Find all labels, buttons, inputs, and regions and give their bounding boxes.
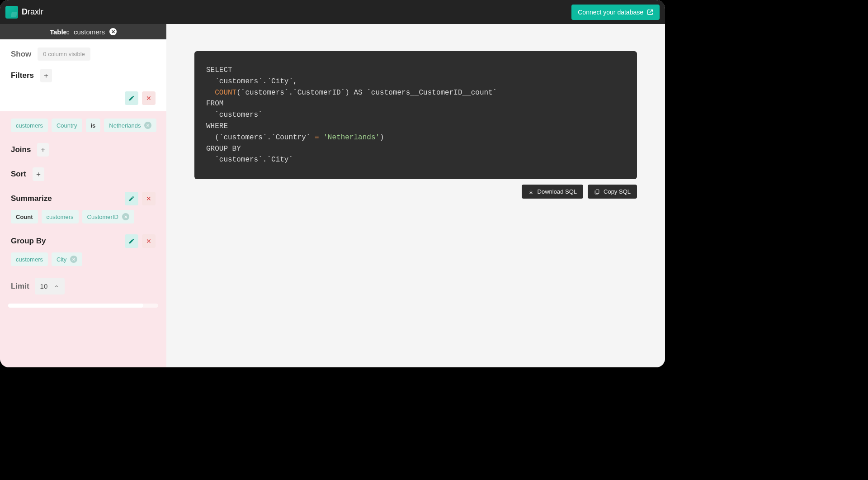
limit-input[interactable]: 10 [35,278,65,295]
remove-filter-value-button[interactable]: ✕ [144,122,151,129]
brand: Draxlr [5,6,43,19]
show-label: Show [11,50,31,59]
brand-name: Draxlr [22,7,43,17]
remove-groupby-button[interactable]: ✕ [70,256,77,263]
limit-value: 10 [40,282,48,290]
filter-row-actions: ✕ [0,87,166,111]
sql-line-4a: (`customers`.`Country` [206,133,315,142]
sql-kw-where: WHERE [206,122,228,130]
scrollbar-thumb[interactable] [8,304,143,308]
delete-summarize-button[interactable]: ✕ [142,192,156,205]
limit-label: Limit [11,282,29,291]
sql-actions: Download SQL Copy SQL [194,185,637,199]
brand-rest: raxlr [28,7,43,16]
edit-groupby-button[interactable] [125,234,138,248]
joins-label: Joins [11,145,31,154]
filter-operator-chip[interactable]: is [86,119,101,132]
filter-item: customers Country is Netherlands ✕ [0,111,166,138]
groupby-column-text: City [57,256,66,263]
sql-fn-count: COUNT [215,89,236,97]
external-link-icon [647,9,653,15]
brand-bold: D [22,7,28,16]
pencil-icon [128,195,135,202]
connect-database-button[interactable]: Connect your database [571,5,660,20]
delete-filter-button[interactable]: ✕ [142,91,156,105]
summarize-column-chip[interactable]: CustomerID ✕ [82,210,134,223]
pencil-icon [128,238,135,244]
sql-line-2: (`customers`.`CustomerID`) AS `customers… [236,89,497,97]
sql-preview: SELECT `customers`.`City`, COUNT(`custom… [194,51,637,179]
sql-line-4c: ) [380,133,384,142]
table-header: Table: customers ✕ [0,24,166,39]
close-table-button[interactable]: ✕ [109,28,117,35]
sql-line-3: `customers` [206,111,263,119]
limit-section: Limit 10 [0,271,166,301]
sql-kw-select: SELECT [206,66,232,74]
body: Table: customers ✕ Show 0 column visible… [0,24,665,367]
edit-filter-button[interactable] [125,91,138,105]
sort-section: Sort ＋ [0,162,166,186]
download-sql-button[interactable]: Download SQL [522,185,583,199]
filters-label: Filters [11,71,34,80]
topbar: Draxlr Connect your database [0,0,665,24]
summarize-table-chip[interactable]: customers [42,210,79,223]
filter-table-chip[interactable]: customers [11,119,48,132]
connect-database-label: Connect your database [578,9,643,16]
copy-sql-button[interactable]: Copy SQL [588,185,637,199]
sort-label: Sort [11,170,26,179]
summarize-section: Summarize ✕ Count customers CustomerID ✕ [0,186,166,229]
download-sql-label: Download SQL [538,188,577,195]
filter-value-chip[interactable]: Netherlands ✕ [104,119,156,132]
filter-column-chip[interactable]: Country [52,119,82,132]
sql-space [319,133,324,142]
joins-section: Joins ＋ [0,138,166,162]
pencil-icon [128,95,135,101]
sql-op-eq: = [315,133,319,142]
sql-kw-from: FROM [206,100,223,108]
summarize-label: Summarize [11,194,52,203]
remove-summarize-button[interactable]: ✕ [122,213,129,220]
app-window: Draxlr Connect your database Table: cust… [0,0,665,367]
clipboard-icon [594,189,600,195]
show-section: Show 0 column visible [0,39,166,65]
delete-groupby-button[interactable]: ✕ [142,234,156,248]
horizontal-scrollbar[interactable] [8,304,158,308]
brand-logo-icon [5,6,18,19]
download-icon [528,189,534,195]
main-panel: SELECT `customers`.`City`, COUNT(`custom… [166,24,665,367]
table-name: customers [74,28,105,36]
query-sidebar: Table: customers ✕ Show 0 column visible… [0,24,166,367]
edit-summarize-button[interactable] [125,192,138,205]
svg-rect-0 [596,190,599,194]
filters-header: Filters ＋ [0,65,166,87]
sql-string: 'Netherlands' [323,133,380,142]
sql-indent-2 [206,89,215,97]
summarize-agg-chip[interactable]: Count [11,210,38,223]
sql-kw-groupby: GROUP BY [206,145,241,153]
copy-sql-label: Copy SQL [604,188,631,195]
groupby-column-chip[interactable]: City ✕ [52,252,82,266]
chevron-up-icon [54,284,59,289]
filter-value-text: Netherlands [109,122,141,129]
groupby-label: Group By [11,237,46,246]
groupby-table-chip[interactable]: customers [11,252,48,266]
add-sort-button[interactable]: ＋ [33,167,44,181]
sql-line-5: `customers`.`City` [206,156,293,164]
show-visible-count[interactable]: 0 column visible [38,48,90,61]
sql-line-1: `customers`.`City`, [206,77,297,86]
summarize-column-text: CustomerID [87,214,118,220]
table-prefix: Table: [50,28,69,36]
add-join-button[interactable]: ＋ [37,143,49,157]
add-filter-button[interactable]: ＋ [40,69,52,82]
groupby-section: Group By ✕ customers City ✕ [0,229,166,271]
